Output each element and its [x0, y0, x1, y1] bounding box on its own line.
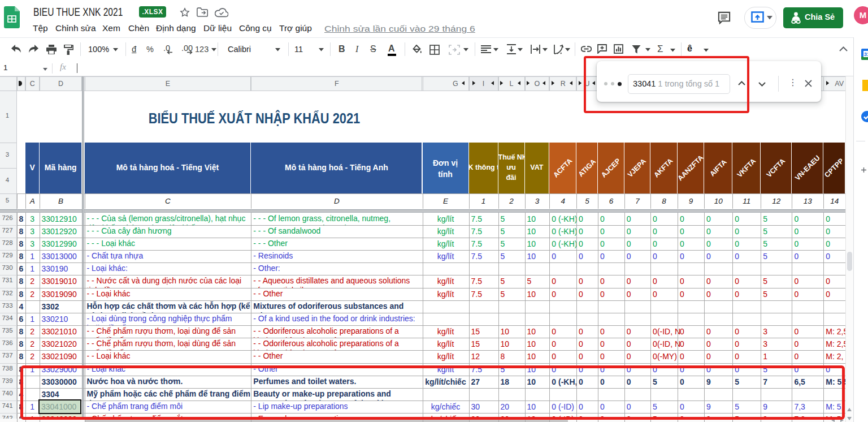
- svg-text:31: 31: [864, 51, 868, 57]
